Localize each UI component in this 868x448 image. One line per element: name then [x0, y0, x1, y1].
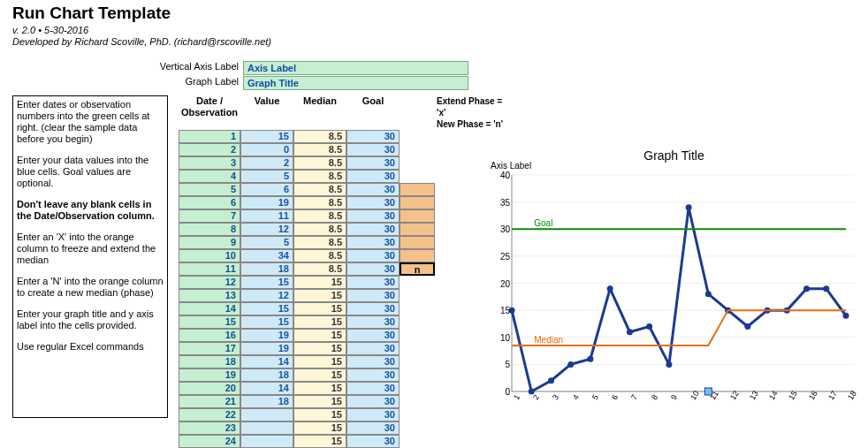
date-cell[interactable]: 16 [179, 329, 240, 342]
date-cell[interactable]: 2 [179, 143, 240, 156]
value-cell[interactable]: 19 [240, 329, 293, 342]
goal-cell[interactable]: 30 [346, 315, 400, 329]
goal-cell[interactable]: 30 [346, 170, 400, 183]
goal-cell[interactable]: 30 [346, 302, 400, 315]
date-cell[interactable]: 12 [179, 276, 240, 289]
value-cell[interactable]: 15 [240, 302, 293, 315]
date-cell[interactable]: 18 [179, 355, 240, 368]
median-cell: 8.5 [293, 183, 346, 196]
goal-cell[interactable]: 30 [346, 355, 400, 368]
goal-cell[interactable]: 30 [346, 408, 400, 421]
date-cell[interactable]: 21 [179, 395, 240, 408]
x-tick: 4 [571, 393, 581, 402]
goal-cell[interactable]: 30 [346, 395, 400, 408]
value-cell[interactable]: 12 [240, 223, 293, 236]
svg-point-16 [607, 285, 613, 292]
value-cell[interactable]: 34 [240, 249, 293, 262]
goal-cell[interactable]: 30 [346, 249, 400, 262]
goal-cell[interactable]: 30 [346, 276, 400, 289]
value-cell[interactable]: 5 [240, 236, 293, 249]
value-cell[interactable]: 18 [240, 395, 293, 408]
value-cell[interactable] [240, 408, 293, 421]
goal-cell[interactable]: 30 [346, 183, 400, 196]
series-value [512, 208, 846, 391]
goal-cell[interactable]: 30 [346, 223, 400, 236]
goal-cell[interactable]: 30 [346, 236, 400, 249]
value-cell[interactable]: 18 [240, 368, 293, 382]
date-cell[interactable]: 19 [179, 368, 240, 382]
value-cell[interactable] [240, 421, 293, 435]
x-tick: 3 [551, 393, 560, 402]
value-cell[interactable]: 15 [240, 130, 293, 143]
value-cell[interactable]: 12 [240, 289, 293, 302]
header-block: Run Chart Template v. 2.0 • 5-30-2016 De… [0, 0, 868, 49]
median-cell: 8.5 [293, 196, 346, 209]
graph-label-input[interactable]: Graph Title [243, 76, 468, 90]
goal-cell[interactable]: 30 [346, 368, 400, 382]
date-cell[interactable]: 20 [179, 382, 240, 395]
value-cell[interactable]: 6 [240, 183, 293, 196]
goal-cell[interactable]: 30 [346, 289, 400, 302]
phase-cell[interactable] [400, 236, 435, 249]
median-cell: 8.5 [293, 262, 346, 276]
date-cell[interactable]: 17 [179, 342, 240, 355]
date-cell[interactable]: 23 [179, 421, 240, 435]
value-cell[interactable]: 2 [240, 156, 293, 170]
instruction-6: Enter your graph title and y axis label … [17, 308, 164, 331]
phase-cell[interactable] [400, 196, 435, 209]
date-cell[interactable]: 1 [179, 130, 240, 143]
value-cell[interactable]: 0 [240, 143, 293, 156]
axis-label-inputs: Vertical Axis Label Axis Label Graph Lab… [110, 61, 868, 90]
median-cell: 15 [293, 289, 346, 302]
goal-cell[interactable]: 30 [346, 209, 400, 223]
goal-cell[interactable]: 30 [346, 421, 400, 435]
phase-cell[interactable] [400, 223, 435, 236]
goal-cell[interactable]: 30 [346, 156, 400, 170]
value-cell[interactable]: 15 [240, 315, 293, 329]
date-cell[interactable]: 22 [179, 408, 240, 421]
y-tick: 40 [491, 171, 510, 180]
goal-cell[interactable]: 30 [346, 382, 400, 395]
goal-cell[interactable]: 30 [346, 329, 400, 342]
date-cell[interactable]: 24 [179, 435, 240, 448]
date-cell[interactable]: 10 [179, 249, 240, 262]
date-cell[interactable]: 14 [179, 302, 240, 315]
date-cell[interactable]: 7 [179, 209, 240, 223]
x-tick: 7 [629, 393, 639, 402]
goal-cell[interactable]: 30 [346, 262, 400, 276]
goal-cell[interactable]: 30 [346, 435, 400, 448]
date-cell[interactable]: 15 [179, 315, 240, 329]
phase-cell[interactable] [400, 209, 435, 223]
date-cell[interactable]: 11 [179, 262, 240, 276]
date-cell[interactable]: 9 [179, 236, 240, 249]
svg-point-21 [705, 291, 712, 297]
date-cell[interactable]: 3 [179, 156, 240, 170]
col-value: Value [240, 95, 293, 130]
vertical-axis-caption: Vertical Axis Label [110, 61, 243, 75]
date-cell[interactable]: 5 [179, 183, 240, 196]
goal-cell[interactable]: 30 [346, 130, 400, 143]
date-cell[interactable]: 6 [179, 196, 240, 209]
date-cell[interactable]: 4 [179, 170, 240, 183]
value-cell[interactable]: 11 [240, 209, 293, 223]
value-cell[interactable]: 18 [240, 262, 293, 276]
goal-cell[interactable]: 30 [346, 342, 400, 355]
value-cell[interactable]: 14 [240, 382, 293, 395]
value-cell[interactable]: 14 [240, 355, 293, 368]
value-cell[interactable]: 19 [240, 342, 293, 355]
value-cell[interactable]: 15 [240, 276, 293, 289]
value-cell[interactable]: 5 [240, 170, 293, 183]
phase-cell[interactable] [400, 249, 435, 262]
date-cell[interactable]: 13 [179, 289, 240, 302]
phase-cell-selected[interactable]: n [400, 262, 435, 276]
run-chart: Graph Title Axis Label GoalMedian 051015… [491, 148, 857, 414]
goal-cell[interactable]: 30 [346, 143, 400, 156]
value-cell[interactable] [240, 435, 293, 448]
value-cell[interactable]: 19 [240, 196, 293, 209]
date-cell[interactable]: 8 [179, 223, 240, 236]
median-cell: 8.5 [293, 249, 346, 262]
goal-cell[interactable]: 30 [346, 196, 400, 209]
phase-cell[interactable] [400, 183, 435, 196]
vertical-axis-input[interactable]: Axis Label [243, 61, 468, 75]
svg-point-20 [686, 204, 692, 210]
